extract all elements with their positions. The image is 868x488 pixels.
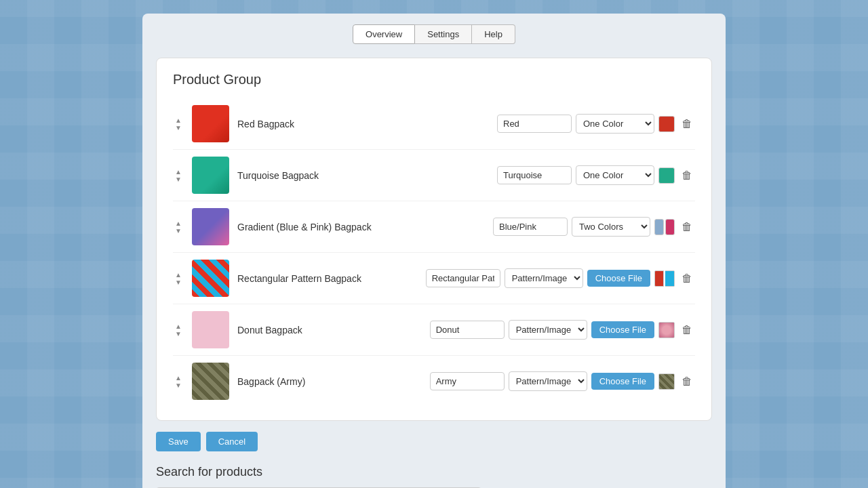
- color-name-input[interactable]: [497, 166, 572, 184]
- delete-button[interactable]: 🗑: [679, 321, 695, 339]
- color-swatch-2[interactable]: [665, 219, 675, 235]
- sort-handle[interactable]: ▲▼: [173, 323, 184, 338]
- color-name-input[interactable]: [426, 269, 500, 287]
- product-image: [192, 311, 229, 348]
- product-name: Bagpack (Army): [237, 376, 422, 387]
- product-image: [192, 208, 229, 245]
- table-row: ▲▼ Rectangular Pattern Bagpack One Color…: [173, 253, 695, 304]
- tab-overview[interactable]: Overview: [353, 24, 415, 44]
- product-name: Rectangular Pattern Bagpack: [237, 273, 418, 284]
- delete-button[interactable]: 🗑: [679, 270, 695, 287]
- color-name-input[interactable]: [430, 321, 505, 339]
- table-row: ▲▼ Red Bagpack One Color Two Colors Patt…: [173, 98, 695, 150]
- product-image: [192, 363, 229, 400]
- pattern-preview: [654, 270, 675, 287]
- color-swatch[interactable]: [658, 167, 675, 184]
- sort-handle[interactable]: ▲▼: [173, 271, 184, 286]
- cancel-button[interactable]: Cancel: [206, 432, 258, 451]
- table-row: ▲▼ Donut Bagpack One Color Two Colors Pa…: [173, 304, 695, 356]
- controls-group: One Color Two Colors Pattern/Image 🗑: [497, 114, 695, 134]
- pattern-preview: [658, 373, 675, 390]
- product-name: Red Bagpack: [237, 119, 489, 129]
- color-type-select[interactable]: One Color Two Colors Pattern/Image: [509, 320, 587, 340]
- tab-help[interactable]: Help: [472, 24, 515, 44]
- tab-settings[interactable]: Settings: [415, 24, 472, 44]
- sort-handle[interactable]: ▲▼: [173, 168, 184, 183]
- delete-button[interactable]: 🗑: [679, 115, 695, 133]
- delete-button[interactable]: 🗑: [679, 167, 695, 184]
- color-swatch-1[interactable]: [654, 219, 664, 235]
- sort-handle[interactable]: ▲▼: [173, 117, 184, 131]
- choose-file-button[interactable]: Choose File: [591, 321, 654, 338]
- pattern-preview: [658, 322, 675, 338]
- color-type-select[interactable]: One Color Two Colors Pattern/Image: [509, 371, 587, 391]
- product-group-card: Product Group ▲▼ Red Bagpack One Color T…: [156, 58, 712, 421]
- color-name-input[interactable]: [430, 372, 505, 390]
- sort-handle[interactable]: ▲▼: [173, 220, 184, 235]
- color-swatch-pair: [654, 219, 675, 235]
- main-container: Overview Settings Help Product Group ▲▼ …: [142, 14, 726, 488]
- controls-group: One Color Two Colors Pattern/Image Choos…: [430, 371, 695, 391]
- sort-handle[interactable]: ▲▼: [173, 374, 184, 389]
- delete-button[interactable]: 🗑: [679, 373, 695, 390]
- choose-file-button[interactable]: Choose File: [587, 270, 650, 287]
- table-row: ▲▼ Gradient (Blue & Pink) Bagpack One Co…: [173, 201, 695, 253]
- tab-bar: Overview Settings Help: [156, 14, 712, 58]
- product-name: Donut Bagpack: [237, 325, 422, 336]
- color-type-select[interactable]: One Color Two Colors Pattern/Image: [576, 114, 654, 134]
- color-type-select[interactable]: One Color Two Colors Pattern/Image: [576, 165, 654, 185]
- search-section-title: Search for products: [156, 465, 712, 479]
- section-title: Product Group: [173, 72, 695, 87]
- color-swatch[interactable]: [658, 116, 675, 132]
- choose-file-button[interactable]: Choose File: [591, 373, 654, 390]
- save-button[interactable]: Save: [156, 432, 201, 451]
- color-name-input[interactable]: [493, 218, 568, 236]
- delete-button[interactable]: 🗑: [679, 218, 695, 236]
- controls-group: One Color Two Colors Pattern/Image 🗑: [497, 165, 695, 185]
- product-image: [192, 157, 229, 194]
- controls-group: One Color Two Colors Pattern/Image 🗑: [493, 217, 695, 237]
- product-image: [192, 260, 229, 297]
- color-name-input[interactable]: [497, 115, 572, 133]
- product-name: Turquoise Bagpack: [237, 170, 489, 181]
- color-type-select[interactable]: One Color Two Colors Pattern/Image: [505, 268, 583, 288]
- table-row: ▲▼ Bagpack (Army) One Color Two Colors P…: [173, 356, 695, 407]
- color-type-select[interactable]: One Color Two Colors Pattern/Image: [572, 217, 650, 237]
- action-row: Save Cancel: [156, 432, 712, 451]
- controls-group: One Color Two Colors Pattern/Image Choos…: [426, 268, 695, 288]
- table-row: ▲▼ Turquoise Bagpack One Color Two Color…: [173, 150, 695, 201]
- product-name: Gradient (Blue & Pink) Bagpack: [237, 222, 485, 232]
- controls-group: One Color Two Colors Pattern/Image Choos…: [430, 320, 695, 340]
- product-image: [192, 105, 229, 142]
